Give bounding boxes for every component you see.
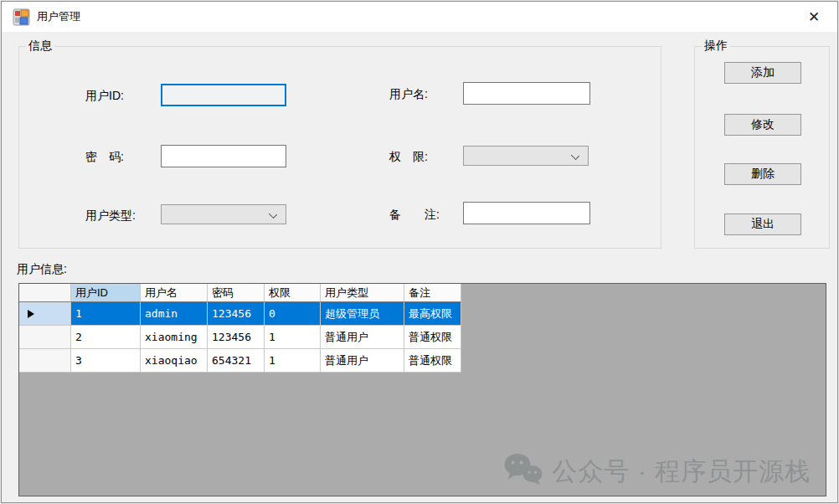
grid-data-row[interactable]: 1admin1234560超级管理员最高权限 [19,302,826,326]
grid-column-header-4[interactable]: 权限 [265,284,321,302]
grid-cell[interactable]: 超级管理员 [321,302,404,326]
wechat-icon [503,452,543,491]
app-icon [13,8,30,26]
grid-cell[interactable]: 普通用户 [321,326,404,349]
username-label: 用户名: [389,87,428,102]
grid-column-header-5[interactable]: 用户类型 [321,284,404,302]
watermark: 公众号 · 程序员开源栈 [503,452,811,491]
grid-column-header-2[interactable]: 用户名 [141,284,208,302]
grid-cell[interactable]: xiaoming [141,326,208,349]
grid-data-row[interactable]: 3xiaoqiao6543211普通用户普通权限 [19,349,826,373]
grid-row-selector-header[interactable] [19,284,71,302]
permission-label: 权 限: [389,150,428,165]
permission-dropdown[interactable] [463,146,589,166]
add-button[interactable]: 添加 [724,62,801,84]
grid-column-header-6[interactable]: 备注 [404,284,461,302]
grid-cell[interactable]: admin [141,302,208,326]
user-type-label: 用户类型: [85,208,136,224]
grid-column-header-3[interactable]: 密码 [208,284,265,302]
watermark-text: 公众号 · 程序员开源栈 [552,455,811,489]
ops-groupbox: 操作 添加 修改 删除 退出 [694,46,830,249]
grid-cell[interactable]: 0 [265,302,321,326]
grid-cell[interactable]: 654321 [208,349,265,373]
grid-cell[interactable]: 2 [71,326,141,349]
close-button[interactable]: ✕ [802,7,826,27]
grid-cell[interactable]: 最高权限 [404,302,461,326]
username-input[interactable] [463,82,590,105]
grid-header-row: 用户ID用户名密码权限用户类型备注 [19,284,826,302]
grid-row-selector[interactable] [19,349,71,373]
ops-groupbox-title: 操作 [702,39,730,54]
grid-cell[interactable]: 1 [265,326,321,349]
user-id-input[interactable] [161,84,286,106]
user-type-dropdown[interactable] [161,204,286,224]
window-title: 用户管理 [37,9,80,24]
grid-cell[interactable]: 123456 [208,302,265,326]
grid-cell[interactable]: xiaoqiao [141,349,208,373]
password-label: 密 码: [85,150,124,165]
info-groupbox-title: 信息 [26,39,54,54]
grid-column-header-1[interactable]: 用户ID [71,284,141,302]
grid-cell[interactable]: 1 [265,349,321,373]
password-input[interactable] [161,145,286,167]
grid-cell[interactable]: 普通权限 [404,349,461,373]
grid-cell[interactable]: 1 [71,302,141,326]
remark-label: 备 注: [389,208,440,223]
title-bar: 用户管理 ✕ [2,2,837,32]
grid-row-selector[interactable] [19,326,71,349]
exit-button[interactable]: 退出 [724,213,801,235]
grid-row-selector[interactable] [19,302,71,326]
current-row-arrow-icon [28,310,34,318]
grid-cell[interactable]: 3 [71,349,141,373]
grid-section-label: 用户信息: [17,262,67,277]
grid-cell[interactable]: 123456 [208,326,265,349]
grid-data-row[interactable]: 2xiaoming1234561普通用户普通权限 [19,326,826,349]
chevron-down-icon [571,152,579,160]
remark-input[interactable] [463,202,590,224]
grid-cell[interactable]: 普通权限 [404,326,461,349]
user-management-window: 用户管理 ✕ 信息 用户ID: 用户名: 密 码: 权 限: 用户类型: 备 注… [1,1,838,503]
grid-cell[interactable]: 普通用户 [321,349,404,373]
modify-button[interactable]: 修改 [724,114,801,136]
chevron-down-icon [269,210,277,219]
user-id-label: 用户ID: [85,89,124,104]
delete-button[interactable]: 删除 [724,163,801,185]
